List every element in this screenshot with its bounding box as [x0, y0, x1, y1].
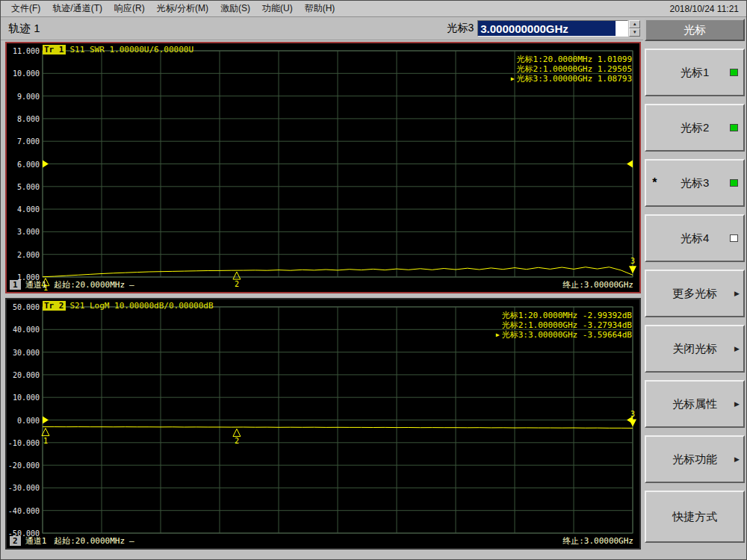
svg-text:30.000: 30.000 — [13, 349, 40, 357]
softkey-label: 光标属性 — [672, 397, 717, 411]
softkey-label: 更多光标 — [672, 287, 717, 301]
submenu-arrow-icon: ▶ — [734, 400, 740, 408]
trace-id-badge[interactable]: Tr 2 — [43, 301, 66, 311]
marker3-led-indicator — [730, 179, 738, 187]
softkey-more-markers[interactable]: 更多光标 ▶ — [645, 270, 745, 317]
svg-text:-30.000: -30.000 — [8, 484, 40, 492]
svg-text:-20.000: -20.000 — [8, 461, 40, 470]
start-freq-label: 起始:20.0000MHz — [54, 279, 125, 290]
svg-text:1: 1 — [43, 437, 48, 445]
svg-text:10.000: 10.000 — [13, 393, 40, 402]
softkey-shortcut[interactable]: 快捷方式 ▶ — [645, 491, 745, 543]
value-spinner: ▲ ▼ — [629, 20, 640, 37]
trace-title: Tr 2 S21 LogM 10.00000dB/0.00000dB — [43, 301, 214, 311]
svg-text:3.000: 3.000 — [17, 228, 40, 236]
channel-status-bar: 2 通道1 起始:20.0000MHz — 终止:3.00000GHz — [10, 535, 633, 547]
vna-app-window: 文件(F) 轨迹/通道(T) 响应(R) 光标/分析(M) 激励(S) 功能(U… — [0, 0, 747, 560]
menu-item-trace-channel[interactable]: 轨迹/通道(T) — [46, 2, 108, 15]
submenu-arrow-icon: ▶ — [734, 345, 740, 352]
active-marker-arrow-icon: ▶ — [511, 75, 515, 82]
marker-readouts: ▶光标1:20.0000MHz -2.99392dB ▶光标2:1.00000G… — [496, 311, 632, 340]
chart-panel-s21: Tr 2 S21 LogM 10.00000dB/0.00000dB ▶光标1:… — [5, 298, 641, 550]
svg-text:3: 3 — [630, 257, 635, 265]
active-trace-label: 轨迹 1 — [4, 22, 40, 36]
menu-item-stimulus[interactable]: 激励(S) — [214, 2, 256, 15]
menu-item-function[interactable]: 功能(U) — [256, 2, 299, 15]
marker2-led-indicator — [730, 124, 738, 131]
softkey-label: 光标2 — [681, 121, 709, 135]
svg-text:0.000: 0.000 — [17, 417, 40, 425]
chart-panel-s11: Tr 1 S11 SWR 1.00000U/6.00000U ▶光标1:20.0… — [5, 42, 641, 293]
svg-text:11.000: 11.000 — [13, 47, 40, 55]
marker1-led-indicator — [730, 69, 738, 76]
svg-text:7.000: 7.000 — [17, 137, 40, 146]
svg-text:8.000: 8.000 — [17, 115, 40, 123]
spinner-up-button[interactable]: ▲ — [629, 20, 640, 28]
menu-item-marker-analysis[interactable]: 光标/分析(M) — [151, 2, 214, 15]
stop-freq-label: 终止:3.00000GHz — [562, 535, 633, 547]
stop-freq-label: 终止:3.00000GHz — [562, 279, 633, 290]
trace-id-badge[interactable]: Tr 1 — [43, 45, 66, 55]
svg-text:-40.000: -40.000 — [8, 507, 40, 515]
marker-entry-field[interactable]: 3.000000000GHz — [477, 20, 628, 37]
marker-readouts: ▶光标1:20.0000MHz 1.01099 ▶光标2:1.00000GHz … — [511, 55, 632, 84]
channel-status-bar: 1 通道1 起始:20.0000MHz — 终止:3.00000GHz — [10, 279, 633, 290]
channel-badge: 1 — [10, 280, 21, 290]
softkey-marker-properties[interactable]: 光标属性 ▶ — [645, 380, 745, 428]
menu-item-help[interactable]: 帮助(H) — [299, 2, 341, 15]
marker-entry-value[interactable]: 3.000000000GHz — [478, 21, 616, 36]
start-freq-label: 起始:20.0000MHz — [54, 535, 125, 547]
marker-entry-label: 光标3 — [447, 22, 474, 35]
softkey-label: 光标功能 — [672, 452, 717, 467]
svg-text:5.000: 5.000 — [17, 183, 40, 191]
channel-badge: 2 — [10, 536, 21, 546]
channel-label: 通道1 — [25, 279, 47, 290]
trace-title: Tr 1 S11 SWR 1.00000U/6.00000U — [43, 45, 193, 55]
marker-readout-text: 光标3:3.00000GHz 1.08793 — [517, 73, 632, 84]
softkey-label: 关闭光标 — [672, 342, 717, 356]
softkey-marker2[interactable]: 光标2 ▶ — [645, 104, 745, 152]
submenu-arrow-icon: ▶ — [734, 455, 740, 463]
active-softkey-star: * — [652, 176, 657, 190]
softkey-panel: 光标 光标1 ▶ 光标2 ▶ * 光标3 ▶ 光标4 — [643, 17, 746, 550]
softkey-marker-function[interactable]: 光标功能 ▶ — [645, 435, 745, 483]
softkey-marker4[interactable]: 光标4 ▶ — [645, 214, 745, 262]
datetime-display: 2018/10/24 11:21 — [669, 4, 742, 14]
svg-text:-10.000: -10.000 — [8, 439, 40, 447]
menu-bar: 文件(F) 轨迹/通道(T) 响应(R) 光标/分析(M) 激励(S) 功能(U… — [1, 1, 746, 17]
softkey-marker1[interactable]: 光标1 ▶ — [645, 49, 745, 96]
toolbar: 轨迹 1 光标3 3.000000000GHz ▲ ▼ — [1, 17, 643, 40]
marker-readout-text: 光标3:3.00000GHz -3.59664dB — [502, 329, 632, 340]
menu-item-file[interactable]: 文件(F) — [5, 2, 46, 15]
marker-readout-line: ▶光标3:3.00000GHz 1.08793 — [511, 74, 632, 84]
trace-format-label: S21 LogM 10.00000dB/0.00000dB — [70, 301, 214, 311]
svg-text:10.000: 10.000 — [13, 69, 40, 78]
softkey-label: 光标3 — [681, 176, 709, 190]
marker4-led-indicator — [730, 234, 738, 242]
marker-entry: 光标3 3.000000000GHz ▲ ▼ — [447, 20, 640, 37]
softkey-marker3[interactable]: * 光标3 ▶ — [645, 159, 745, 207]
svg-text:3: 3 — [630, 410, 635, 418]
marker-readout-line: ▶光标3:3.00000GHz -3.59664dB — [496, 330, 632, 340]
channel-label: 通道1 — [25, 535, 47, 547]
svg-text:2.000: 2.000 — [17, 251, 40, 259]
svg-text:6.000: 6.000 — [17, 161, 40, 169]
active-marker-arrow-icon: ▶ — [496, 332, 500, 338]
sweep-indicator: — — [129, 536, 134, 546]
submenu-arrow-icon: ▶ — [734, 290, 740, 297]
softkey-marker-off[interactable]: 关闭光标 ▶ — [645, 325, 745, 373]
softkey-panel-title: 光标 — [645, 19, 745, 41]
svg-text:50.000: 50.000 — [13, 303, 40, 311]
svg-text:40.000: 40.000 — [13, 326, 40, 334]
softkey-label: 快捷方式 — [672, 510, 717, 524]
spinner-down-button[interactable]: ▼ — [629, 28, 640, 37]
sweep-indicator: — — [129, 280, 134, 290]
softkey-label: 光标1 — [681, 66, 709, 80]
svg-text:9.000: 9.000 — [17, 93, 40, 101]
svg-text:2: 2 — [235, 437, 239, 445]
softkey-label: 光标4 — [681, 231, 709, 246]
svg-text:20.000: 20.000 — [13, 371, 40, 379]
svg-text:4.000: 4.000 — [17, 205, 40, 214]
menu-item-response[interactable]: 响应(R) — [108, 2, 151, 15]
trace-format-label: S11 SWR 1.00000U/6.00000U — [70, 45, 194, 55]
